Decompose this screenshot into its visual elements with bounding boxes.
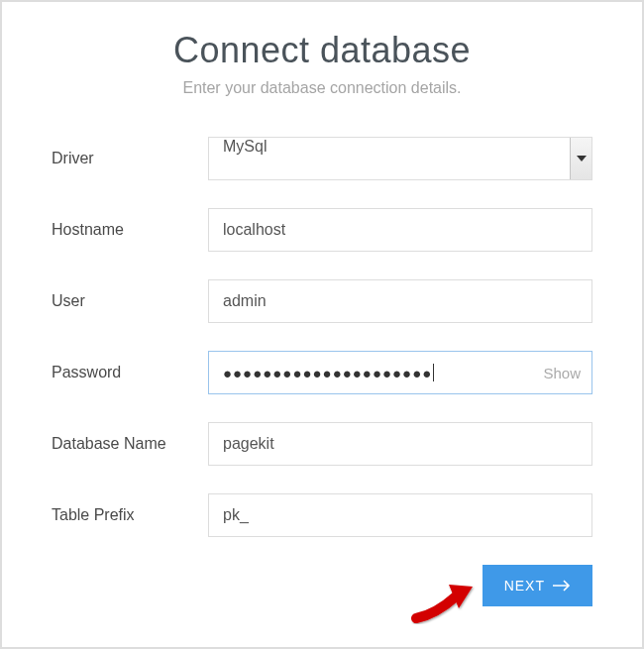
database-label: Database Name [52, 435, 208, 453]
prefix-input[interactable] [208, 493, 592, 537]
password-mask: ●●●●●●●●●●●●●●●●●●●●● [223, 365, 432, 381]
text-caret [433, 364, 434, 381]
hostname-row: Hostname [52, 208, 592, 252]
form-actions: NEXT [52, 565, 592, 606]
driver-select[interactable]: MySql [208, 137, 592, 180]
next-button-label: NEXT [504, 578, 545, 594]
user-input[interactable] [208, 279, 592, 323]
prefix-row: Table Prefix [52, 493, 592, 537]
show-password-button[interactable]: Show [543, 365, 581, 381]
driver-row: Driver MySql [52, 137, 592, 180]
user-row: User [52, 279, 592, 323]
page-subtitle: Enter your database connection details. [52, 79, 592, 97]
password-label: Password [52, 364, 208, 381]
prefix-label: Table Prefix [52, 506, 208, 524]
form-header: Connect database Enter your database con… [52, 30, 592, 97]
password-input[interactable]: ●●●●●●●●●●●●●●●●●●●●● [208, 351, 592, 394]
page-title: Connect database [52, 30, 592, 71]
driver-select-value[interactable]: MySql [208, 137, 592, 180]
arrow-right-icon [553, 580, 571, 592]
driver-label: Driver [52, 150, 208, 167]
next-button[interactable]: NEXT [483, 565, 592, 606]
database-input[interactable] [208, 422, 592, 466]
user-label: User [52, 292, 208, 310]
chevron-down-icon[interactable] [570, 138, 591, 179]
password-row: Password ●●●●●●●●●●●●●●●●●●●●● Show [52, 351, 592, 394]
database-row: Database Name [52, 422, 592, 466]
hostname-input[interactable] [208, 208, 592, 252]
hostname-label: Hostname [52, 221, 208, 239]
